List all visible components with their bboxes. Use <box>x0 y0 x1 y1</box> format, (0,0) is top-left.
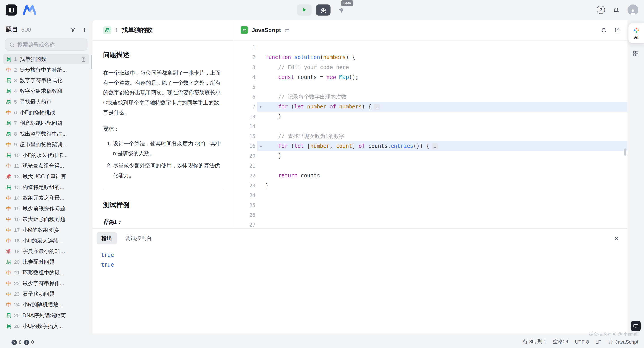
code-line[interactable]: 6 // 记录每个数字出现的次数 <box>233 92 628 102</box>
problem-item[interactable]: 中11观光景点组合得... <box>3 160 89 171</box>
line-number[interactable]: 27 <box>233 220 257 228</box>
problem-item[interactable]: 中24小R的随机播放... <box>3 300 89 310</box>
language-selector[interactable]: JavaScript <box>252 26 281 33</box>
code-line[interactable]: 21 <box>233 161 628 171</box>
difficulty-badge: 中 <box>6 194 11 202</box>
problem-item[interactable]: 中22最少字符串操作... <box>3 278 89 289</box>
code-line[interactable]: 7▸ for (let number of numbers) {… <box>233 102 628 112</box>
line-number[interactable]: 22 <box>233 171 257 181</box>
help-button[interactable]: ? <box>597 6 605 14</box>
sidebar-scrollbar[interactable] <box>91 55 92 69</box>
line-number[interactable]: 1 <box>233 43 257 52</box>
tab-debug-console[interactable]: 调试控制台 <box>120 232 157 244</box>
line-number[interactable]: 21 <box>233 161 257 171</box>
folded-code-indicator[interactable]: … <box>432 143 438 150</box>
problem-item[interactable]: 易3数字字符串格式化 <box>3 75 89 86</box>
line-number[interactable]: 5 <box>233 82 257 92</box>
line-number[interactable]: 26 <box>233 210 257 220</box>
swap-language-icon[interactable]: ⇄ <box>285 27 289 33</box>
line-number[interactable]: 4 <box>233 72 257 82</box>
problem-item[interactable]: 难12最大UCC子串计算 <box>3 171 89 182</box>
tab-output[interactable]: 输出 <box>96 232 117 244</box>
line-number[interactable]: 2 <box>233 52 257 62</box>
reset-code-button[interactable] <box>601 27 607 33</box>
problem-item[interactable]: 中2徒步旅行中的补给... <box>3 64 89 75</box>
code-line[interactable]: 13 } <box>233 112 628 122</box>
bottom-panel-toggle-button[interactable] <box>630 321 641 331</box>
line-number[interactable]: 13 <box>233 112 257 122</box>
sidebar-toggle-button[interactable] <box>6 4 17 16</box>
problem-item[interactable]: 中23石子移动问题 <box>3 289 89 300</box>
problem-item[interactable]: 易1找单独的数 <box>3 54 89 65</box>
problem-item[interactable]: 中9超市里的货物架调... <box>3 139 89 150</box>
problem-item[interactable]: 易25DNA序列编辑距离 <box>3 310 89 321</box>
description-panel: 易 1 找单独的数 问题描述 在一个班级中，每位同学都拿到了一张卡片，上面有一个… <box>92 20 233 228</box>
problem-item[interactable]: 中15最少前缀操作问题 <box>3 203 89 214</box>
problem-item[interactable]: 易5寻找最大葫芦 <box>3 96 89 107</box>
folded-code-indicator[interactable]: … <box>374 104 380 110</box>
expand-editor-button[interactable] <box>614 27 620 33</box>
topbar: Beta ? <box>0 0 644 20</box>
code-line[interactable]: 5 <box>233 82 628 92</box>
problem-item[interactable]: 易10小F的永久代币卡... <box>3 150 89 160</box>
code-line[interactable]: 1 <box>233 43 628 52</box>
line-number[interactable]: 7 <box>233 102 257 112</box>
line-number[interactable]: 6 <box>233 92 257 102</box>
problem-item[interactable]: 易4数字分组求偶数和 <box>3 86 89 96</box>
code-line[interactable]: 22 return counts <box>233 171 628 181</box>
problem-item[interactable]: 中18小U的最大连续... <box>3 235 89 246</box>
problem-item[interactable]: 中16最大矩形面积问题 <box>3 214 89 225</box>
line-number[interactable]: 16 <box>233 141 257 151</box>
problem-item[interactable]: 中17小M的数组变换 <box>3 225 89 236</box>
fold-chevron-icon[interactable]: ▸ <box>257 141 266 151</box>
code-line[interactable]: 27 <box>233 220 628 228</box>
problem-item[interactable]: 难19字典序最小的01... <box>3 246 89 257</box>
run-button[interactable] <box>297 4 312 16</box>
code-line[interactable]: 15 // 查找出现次数为1的数字 <box>233 132 628 141</box>
submit-button[interactable] <box>337 6 345 14</box>
line-number[interactable]: 14 <box>233 122 257 132</box>
code-line[interactable]: 26 <box>233 210 628 220</box>
line-number[interactable]: 25 <box>233 200 257 210</box>
problem-item[interactable]: 易7创意标题匹配问题 <box>3 118 89 128</box>
line-number[interactable]: 23 <box>233 181 257 190</box>
code-line[interactable]: 16▸ for (let [number, count] of counts.e… <box>233 141 628 151</box>
problem-item[interactable]: 易13构造特定数组的... <box>3 182 89 193</box>
code-line[interactable]: 2function solution(numbers) { <box>233 52 628 62</box>
code-line[interactable]: 25 <box>233 200 628 210</box>
debug-button[interactable] <box>316 4 330 16</box>
avatar[interactable] <box>628 4 638 15</box>
line-number[interactable]: 15 <box>233 132 257 141</box>
problem-item[interactable]: 易8找出整型数组中占... <box>3 128 89 139</box>
close-panel-button[interactable]: × <box>614 235 618 242</box>
code-line[interactable]: 3 // Edit your code here <box>233 62 628 72</box>
code-line[interactable]: 24 <box>233 190 628 200</box>
problem-number: 5 <box>14 99 17 105</box>
problem-item[interactable]: 中14数组元素之和最... <box>3 192 89 203</box>
code-line[interactable]: 14 <box>233 122 628 132</box>
fold-chevron-icon[interactable]: ▸ <box>257 102 266 112</box>
problem-item[interactable]: 易26小U的数字插入... <box>3 321 89 332</box>
requirement-item: 设计一个算法，使其时间复杂度为 O(n)，其中 n 是班级的人数。 <box>113 139 222 158</box>
code-line[interactable]: 23} <box>233 181 628 190</box>
line-number[interactable]: 20 <box>233 151 257 161</box>
code-line[interactable]: 4 const counts = new Map(); <box>233 72 628 82</box>
problem-item[interactable]: 中6小E的怪物挑战 <box>3 107 89 118</box>
line-number[interactable]: 24 <box>233 190 257 200</box>
add-button[interactable]: + <box>82 26 86 34</box>
line-number[interactable]: 3 <box>233 62 257 72</box>
problem-item[interactable]: 易20比赛配对问题 <box>3 257 89 268</box>
extension-button[interactable] <box>632 50 639 57</box>
editor-scrollbar[interactable] <box>624 148 626 156</box>
problem-number: 16 <box>14 216 20 222</box>
filter-button[interactable] <box>70 26 76 32</box>
ai-assistant-button[interactable]: AI <box>628 24 644 43</box>
code-editor[interactable]: 12function solution(numbers) {3 // Edit … <box>233 41 628 228</box>
editor-panel: JS JavaScript ⇄ <box>233 20 628 228</box>
search-input[interactable] <box>17 42 84 48</box>
code-line[interactable]: 20 } <box>233 151 628 161</box>
problem-item[interactable]: 中21环形数组中的最... <box>3 268 89 278</box>
search-box[interactable] <box>5 39 88 50</box>
problem-number: 1 <box>115 27 118 33</box>
notifications-button[interactable] <box>612 6 620 14</box>
